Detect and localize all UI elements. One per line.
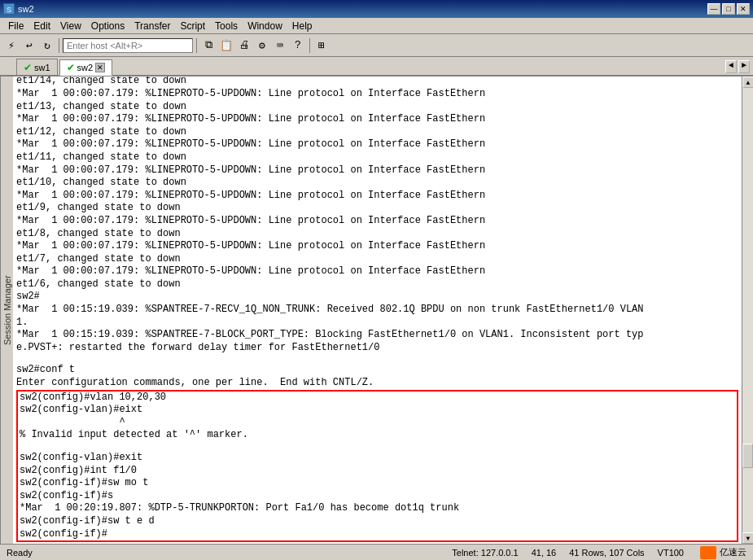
new-session-icon[interactable]: ⚡ (3, 37, 20, 54)
scrollbar-thumb[interactable] (742, 444, 753, 468)
tab-sw1-check: ✔ (24, 62, 32, 73)
terminal-line: *Mar 1 00:00:07.179: %LINEPROTO-5-UPDOWN… (16, 240, 738, 253)
terminal-line: sw2# (16, 291, 738, 304)
tab-sw1[interactable]: ✔ sw1 (16, 59, 58, 75)
terminal-highlighted-section: sw2(config)#vlan 10,20,30sw2(config-vlan… (16, 390, 738, 543)
status-right: Telnet: 127.0.0.1 41, 16 41 Rows, 107 Co… (452, 548, 684, 558)
scrollbar-up-button[interactable]: ▲ (742, 77, 753, 88)
toolbar-separator-2 (196, 38, 197, 53)
tabs-next-button[interactable]: ► (738, 60, 750, 73)
title-bar: S sw2 — □ ✕ (0, 0, 753, 18)
toolbar-separator-3 (309, 38, 310, 53)
status-position: 41, 16 (532, 548, 557, 558)
menu-bar: File Edit View Options Transfer Script T… (0, 18, 753, 34)
maximize-button[interactable]: □ (722, 3, 735, 15)
terminal-output[interactable]: o up*Mar 1 00:00:07.171: %LINEPROTO-5-UP… (13, 77, 742, 544)
terminal-line: *Mar 1 00:00:07.179: %LINEPROTO-5-UPDOWN… (16, 265, 738, 278)
tab-sw2[interactable]: ✔ sw2 ✕ (59, 59, 113, 76)
keymap-icon[interactable]: ⌨ (272, 37, 288, 54)
status-connection: Telnet: 127.0.0.1 (452, 548, 518, 558)
terminal-line-boxed (20, 442, 735, 452)
terminal-line: et1/9, changed state to down (16, 202, 738, 215)
terminal-line: *Mar 1 00:15:19.039: %SPANTREE-7-RECV_1Q… (16, 304, 738, 317)
window-title: sw2 (18, 4, 34, 14)
session-manager-label: Session Manager (0, 77, 13, 544)
settings-icon[interactable]: ⚙ (254, 37, 270, 54)
terminal-line-boxed: sw2(config-vlan)#eixt (20, 404, 735, 417)
status-encoding: VT100 (658, 548, 684, 558)
window-controls[interactable]: — □ ✕ (707, 3, 750, 15)
extra-icon[interactable]: ⊞ (313, 37, 330, 54)
disconnect-icon[interactable]: ↻ (39, 37, 55, 54)
menu-view[interactable]: View (55, 20, 86, 33)
menu-script[interactable]: Script (175, 20, 210, 33)
copy-icon[interactable]: ⧉ (200, 37, 217, 54)
status-logo: 亿速云 (700, 546, 746, 559)
terminal-line: et1/7, changed state to down (16, 253, 738, 266)
terminal-line-boxed: sw2(config-if)#sw t e d (20, 515, 735, 528)
terminal-line: et1/14, changed state to down (16, 77, 738, 88)
terminal-line-boxed: % Invalid input detected at '^' marker. (20, 429, 735, 442)
close-button[interactable]: ✕ (737, 3, 750, 15)
menu-tools[interactable]: Tools (210, 20, 243, 33)
tabs-prev-button[interactable]: ◄ (725, 60, 737, 73)
logo-icon (700, 546, 716, 559)
menu-help[interactable]: Help (287, 20, 317, 33)
main-area: Session Manager o up*Mar 1 00:00:07.171:… (0, 77, 753, 544)
terminal-line: et1/11, changed state to down (16, 151, 738, 164)
toolbar-separator-1 (59, 38, 59, 53)
terminal-line: Enter configuration commands, one per li… (16, 377, 738, 390)
terminal-line-boxed: ^ (20, 417, 735, 430)
tabs-bar: ✔ sw1 ✔ sw2 ✕ ◄ ► (0, 57, 753, 77)
menu-transfer[interactable]: Transfer (129, 20, 175, 33)
menu-edit[interactable]: Edit (28, 20, 55, 33)
app-icon: S (3, 3, 15, 15)
scrollbar[interactable]: ▲ ▼ (742, 77, 753, 544)
terminal-line: et1/12, changed state to down (16, 126, 738, 139)
terminal-line-boxed: sw2(config)#int f1/0 (20, 465, 735, 478)
tab-sw2-check: ✔ (67, 62, 75, 73)
terminal-line: *Mar 1 00:00:07.179: %LINEPROTO-5-UPDOWN… (16, 190, 738, 203)
terminal-line-boxed: sw2(config-if)#s (20, 490, 735, 503)
terminal-line-boxed: sw2(config)#vlan 10,20,30 (20, 392, 735, 405)
terminal-line: *Mar 1 00:00:07.179: %LINEPROTO-5-UPDOWN… (16, 215, 738, 228)
title-bar-left: S sw2 (3, 3, 34, 15)
tab-sw2-label: sw2 (77, 63, 94, 72)
minimize-button[interactable]: — (707, 3, 720, 15)
tab-sw1-label: sw1 (34, 63, 50, 72)
toolbar: ⚡ ↩ ↻ ⧉ 📋 🖨 ⚙ ⌨ ? ⊞ (0, 34, 753, 57)
connect-icon[interactable]: ↩ (21, 37, 37, 54)
terminal-line: *Mar 1 00:00:07.179: %LINEPROTO-5-UPDOWN… (16, 113, 738, 126)
status-bar: Ready Telnet: 127.0.0.1 41, 16 41 Rows, … (0, 544, 753, 560)
logo-text: 亿速云 (720, 546, 746, 558)
print-icon[interactable]: 🖨 (236, 37, 252, 54)
scrollbar-track[interactable] (742, 88, 753, 532)
tabs-nav: ◄ ► (725, 60, 753, 75)
host-input[interactable] (63, 38, 193, 53)
terminal-line (16, 354, 738, 364)
terminal-line: et1/8, changed state to down (16, 228, 738, 241)
terminal-line: *Mar 1 00:00:07.179: %LINEPROTO-5-UPDOWN… (16, 88, 738, 101)
paste-icon[interactable]: 📋 (218, 37, 234, 54)
terminal-line: 1. (16, 317, 738, 330)
terminal-line: et1/13, changed state to down (16, 101, 738, 114)
terminal-line: e.PVST+: restarted the forward delay tim… (16, 342, 738, 355)
terminal-line: *Mar 1 00:15:19.039: %SPANTREE-7-BLOCK_P… (16, 329, 738, 342)
scrollbar-down-button[interactable]: ▼ (742, 532, 753, 544)
terminal-line: sw2#conf t (16, 364, 738, 377)
tab-sw2-close[interactable]: ✕ (95, 63, 105, 72)
status-dimensions: 41 Rows, 107 Cols (569, 548, 644, 558)
menu-file[interactable]: File (3, 20, 28, 33)
terminal-line-boxed: sw2(config-if)#sw mo t (20, 477, 735, 490)
menu-window[interactable]: Window (243, 20, 287, 33)
terminal-line: et1/10, changed state to down (16, 177, 738, 190)
menu-options[interactable]: Options (86, 20, 129, 33)
help-icon[interactable]: ? (290, 37, 306, 54)
status-ready: Ready (7, 548, 33, 558)
terminal-line-boxed: *Mar 1 00:20:19.807: %DTP-5-TRUNKPORTON:… (20, 502, 735, 515)
terminal-container: o up*Mar 1 00:00:07.171: %LINEPROTO-5-UP… (13, 77, 742, 544)
terminal-line-boxed: sw2(config-vlan)#exit (20, 452, 735, 465)
terminal-line: *Mar 1 00:00:07.179: %LINEPROTO-5-UPDOWN… (16, 164, 738, 177)
terminal-line-boxed: sw2(config-if)# (20, 528, 735, 541)
terminal-line: et1/6, changed state to down (16, 278, 738, 291)
